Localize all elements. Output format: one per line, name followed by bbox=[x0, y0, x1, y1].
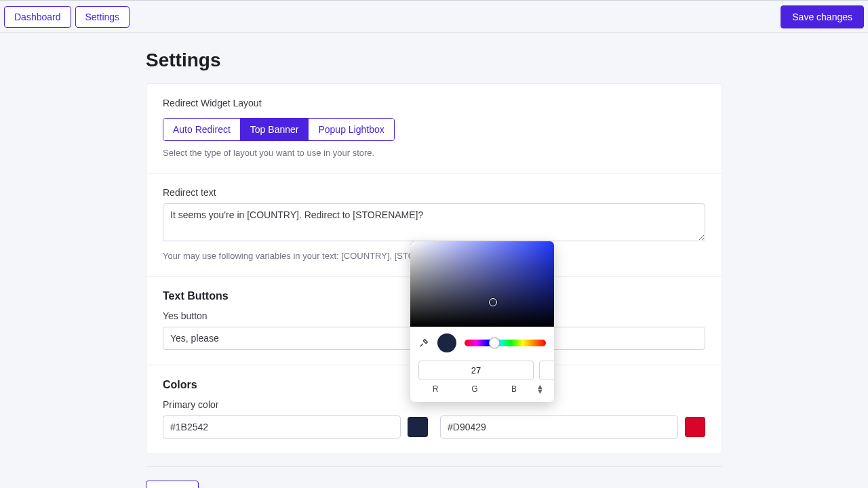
rgb-label-g: G bbox=[458, 384, 492, 394]
primary-color-input[interactable] bbox=[163, 415, 401, 439]
color-picker-saturation-area[interactable] bbox=[410, 241, 554, 327]
current-color-sample bbox=[437, 333, 456, 352]
rgb-label-b: B bbox=[497, 384, 531, 394]
layout-option-popup-lightbox[interactable]: Popup Lightbox bbox=[308, 119, 393, 140]
color-mode-toggle-icon[interactable]: ▲▼ bbox=[536, 384, 546, 394]
nav-dashboard-button[interactable]: Dashboard bbox=[4, 6, 71, 28]
hue-slider-thumb[interactable] bbox=[489, 338, 500, 348]
page-title: Settings bbox=[146, 49, 722, 71]
secondary-color-swatch[interactable] bbox=[685, 417, 705, 437]
color-picker-popover: R G B ▲▼ bbox=[410, 241, 554, 402]
section-layout: Redirect Widget Layout Auto Redirect Top… bbox=[146, 84, 722, 174]
layout-segmented-control: Auto Redirect Top Banner Popup Lightbox bbox=[163, 118, 395, 141]
redirect-text-input[interactable]: It seems you're in [COUNTRY]. Redirect t… bbox=[163, 203, 705, 241]
rgb-label-r: R bbox=[418, 384, 452, 394]
topbar: Dashboard Settings Save changes bbox=[0, 0, 868, 33]
color-picker-cursor[interactable] bbox=[489, 298, 497, 306]
hue-slider[interactable] bbox=[465, 340, 546, 346]
layout-option-top-banner[interactable]: Top Banner bbox=[240, 119, 309, 140]
layout-option-auto-redirect[interactable]: Auto Redirect bbox=[163, 119, 240, 140]
primary-color-swatch[interactable] bbox=[408, 417, 428, 437]
layout-section-title: Redirect Widget Layout bbox=[163, 98, 705, 108]
nav-settings-button[interactable]: Settings bbox=[75, 6, 130, 28]
layout-hint: Select the type of layout you want to us… bbox=[163, 148, 705, 158]
save-changes-button[interactable]: Save changes bbox=[781, 5, 864, 28]
rgb-r-input[interactable] bbox=[418, 361, 534, 380]
page-footer: Cancel bbox=[146, 466, 722, 488]
cancel-button[interactable]: Cancel bbox=[146, 481, 199, 488]
secondary-color-input[interactable] bbox=[440, 415, 678, 439]
rgb-g-input[interactable] bbox=[539, 361, 554, 380]
primary-color-label: Primary color bbox=[163, 399, 428, 410]
redirect-text-label: Redirect text bbox=[163, 187, 705, 198]
eyedropper-icon[interactable] bbox=[418, 338, 429, 348]
